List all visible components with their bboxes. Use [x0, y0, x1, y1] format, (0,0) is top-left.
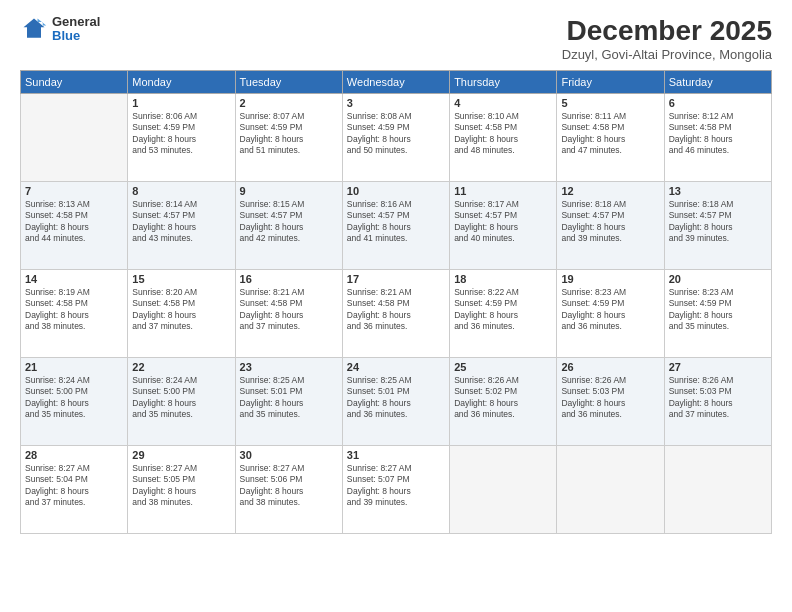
day-info: Sunrise: 8:24 AMSunset: 5:00 PMDaylight:…: [132, 375, 230, 421]
day-info: Sunrise: 8:26 AMSunset: 5:03 PMDaylight:…: [669, 375, 767, 421]
day-number: 17: [347, 273, 445, 285]
day-info: Sunrise: 8:25 AMSunset: 5:01 PMDaylight:…: [240, 375, 338, 421]
day-number: 28: [25, 449, 123, 461]
day-info: Sunrise: 8:24 AMSunset: 5:00 PMDaylight:…: [25, 375, 123, 421]
day-info: Sunrise: 8:21 AMSunset: 4:58 PMDaylight:…: [240, 287, 338, 333]
calendar-week-row: 21Sunrise: 8:24 AMSunset: 5:00 PMDayligh…: [21, 358, 772, 446]
day-info: Sunrise: 8:20 AMSunset: 4:58 PMDaylight:…: [132, 287, 230, 333]
day-info: Sunrise: 8:27 AMSunset: 5:07 PMDaylight:…: [347, 463, 445, 509]
day-header-monday: Monday: [128, 71, 235, 94]
calendar-cell: 9Sunrise: 8:15 AMSunset: 4:57 PMDaylight…: [235, 182, 342, 270]
day-number: 10: [347, 185, 445, 197]
svg-marker-0: [24, 19, 45, 38]
day-info: Sunrise: 8:08 AMSunset: 4:59 PMDaylight:…: [347, 111, 445, 157]
day-number: 6: [669, 97, 767, 109]
day-header-thursday: Thursday: [450, 71, 557, 94]
day-info: Sunrise: 8:26 AMSunset: 5:03 PMDaylight:…: [561, 375, 659, 421]
calendar-cell: 18Sunrise: 8:22 AMSunset: 4:59 PMDayligh…: [450, 270, 557, 358]
calendar-cell: [450, 446, 557, 534]
calendar-cell: [664, 446, 771, 534]
day-header-friday: Friday: [557, 71, 664, 94]
logo-blue: Blue: [52, 29, 100, 43]
calendar-week-row: 1Sunrise: 8:06 AMSunset: 4:59 PMDaylight…: [21, 94, 772, 182]
calendar-cell: 15Sunrise: 8:20 AMSunset: 4:58 PMDayligh…: [128, 270, 235, 358]
calendar-header-row: SundayMondayTuesdayWednesdayThursdayFrid…: [21, 71, 772, 94]
day-info: Sunrise: 8:23 AMSunset: 4:59 PMDaylight:…: [561, 287, 659, 333]
calendar-cell: 21Sunrise: 8:24 AMSunset: 5:00 PMDayligh…: [21, 358, 128, 446]
day-info: Sunrise: 8:11 AMSunset: 4:58 PMDaylight:…: [561, 111, 659, 157]
day-number: 9: [240, 185, 338, 197]
day-info: Sunrise: 8:07 AMSunset: 4:59 PMDaylight:…: [240, 111, 338, 157]
day-info: Sunrise: 8:21 AMSunset: 4:58 PMDaylight:…: [347, 287, 445, 333]
calendar-cell: 4Sunrise: 8:10 AMSunset: 4:58 PMDaylight…: [450, 94, 557, 182]
day-info: Sunrise: 8:27 AMSunset: 5:04 PMDaylight:…: [25, 463, 123, 509]
day-number: 19: [561, 273, 659, 285]
page: General Blue December 2025 Dzuyl, Govi-A…: [0, 0, 792, 612]
day-number: 4: [454, 97, 552, 109]
title-area: December 2025 Dzuyl, Govi-Altai Province…: [562, 15, 772, 62]
day-number: 8: [132, 185, 230, 197]
day-number: 29: [132, 449, 230, 461]
day-header-wednesday: Wednesday: [342, 71, 449, 94]
calendar-cell: 23Sunrise: 8:25 AMSunset: 5:01 PMDayligh…: [235, 358, 342, 446]
day-info: Sunrise: 8:25 AMSunset: 5:01 PMDaylight:…: [347, 375, 445, 421]
calendar-table: SundayMondayTuesdayWednesdayThursdayFrid…: [20, 70, 772, 534]
calendar-cell: 31Sunrise: 8:27 AMSunset: 5:07 PMDayligh…: [342, 446, 449, 534]
day-number: 2: [240, 97, 338, 109]
calendar-cell: 27Sunrise: 8:26 AMSunset: 5:03 PMDayligh…: [664, 358, 771, 446]
day-number: 30: [240, 449, 338, 461]
day-number: 26: [561, 361, 659, 373]
calendar-cell: 28Sunrise: 8:27 AMSunset: 5:04 PMDayligh…: [21, 446, 128, 534]
calendar-week-row: 14Sunrise: 8:19 AMSunset: 4:58 PMDayligh…: [21, 270, 772, 358]
day-number: 13: [669, 185, 767, 197]
day-number: 16: [240, 273, 338, 285]
day-number: 31: [347, 449, 445, 461]
calendar-cell: 12Sunrise: 8:18 AMSunset: 4:57 PMDayligh…: [557, 182, 664, 270]
day-number: 25: [454, 361, 552, 373]
day-info: Sunrise: 8:17 AMSunset: 4:57 PMDaylight:…: [454, 199, 552, 245]
calendar-cell: 8Sunrise: 8:14 AMSunset: 4:57 PMDaylight…: [128, 182, 235, 270]
calendar-cell: 6Sunrise: 8:12 AMSunset: 4:58 PMDaylight…: [664, 94, 771, 182]
calendar-cell: 11Sunrise: 8:17 AMSunset: 4:57 PMDayligh…: [450, 182, 557, 270]
logo-text: General Blue: [52, 15, 100, 44]
day-info: Sunrise: 8:22 AMSunset: 4:59 PMDaylight:…: [454, 287, 552, 333]
calendar-cell: 5Sunrise: 8:11 AMSunset: 4:58 PMDaylight…: [557, 94, 664, 182]
calendar-cell: 24Sunrise: 8:25 AMSunset: 5:01 PMDayligh…: [342, 358, 449, 446]
day-number: 15: [132, 273, 230, 285]
calendar-cell: 14Sunrise: 8:19 AMSunset: 4:58 PMDayligh…: [21, 270, 128, 358]
calendar-cell: 17Sunrise: 8:21 AMSunset: 4:58 PMDayligh…: [342, 270, 449, 358]
day-number: 12: [561, 185, 659, 197]
day-number: 3: [347, 97, 445, 109]
day-number: 11: [454, 185, 552, 197]
calendar-cell: 13Sunrise: 8:18 AMSunset: 4:57 PMDayligh…: [664, 182, 771, 270]
calendar-cell: 10Sunrise: 8:16 AMSunset: 4:57 PMDayligh…: [342, 182, 449, 270]
day-info: Sunrise: 8:16 AMSunset: 4:57 PMDaylight:…: [347, 199, 445, 245]
day-info: Sunrise: 8:13 AMSunset: 4:58 PMDaylight:…: [25, 199, 123, 245]
calendar-cell: [21, 94, 128, 182]
calendar-week-row: 7Sunrise: 8:13 AMSunset: 4:58 PMDaylight…: [21, 182, 772, 270]
day-number: 7: [25, 185, 123, 197]
calendar-cell: 7Sunrise: 8:13 AMSunset: 4:58 PMDaylight…: [21, 182, 128, 270]
day-number: 21: [25, 361, 123, 373]
logo-general: General: [52, 15, 100, 29]
day-number: 24: [347, 361, 445, 373]
calendar-cell: 29Sunrise: 8:27 AMSunset: 5:05 PMDayligh…: [128, 446, 235, 534]
day-info: Sunrise: 8:14 AMSunset: 4:57 PMDaylight:…: [132, 199, 230, 245]
day-info: Sunrise: 8:15 AMSunset: 4:57 PMDaylight:…: [240, 199, 338, 245]
day-info: Sunrise: 8:26 AMSunset: 5:02 PMDaylight:…: [454, 375, 552, 421]
calendar-cell: 25Sunrise: 8:26 AMSunset: 5:02 PMDayligh…: [450, 358, 557, 446]
day-header-sunday: Sunday: [21, 71, 128, 94]
day-number: 23: [240, 361, 338, 373]
calendar-cell: 30Sunrise: 8:27 AMSunset: 5:06 PMDayligh…: [235, 446, 342, 534]
logo: General Blue: [20, 15, 100, 44]
day-info: Sunrise: 8:12 AMSunset: 4:58 PMDaylight:…: [669, 111, 767, 157]
month-title: December 2025: [562, 15, 772, 47]
day-number: 22: [132, 361, 230, 373]
day-header-saturday: Saturday: [664, 71, 771, 94]
day-info: Sunrise: 8:10 AMSunset: 4:58 PMDaylight:…: [454, 111, 552, 157]
day-info: Sunrise: 8:19 AMSunset: 4:58 PMDaylight:…: [25, 287, 123, 333]
day-info: Sunrise: 8:18 AMSunset: 4:57 PMDaylight:…: [561, 199, 659, 245]
day-info: Sunrise: 8:06 AMSunset: 4:59 PMDaylight:…: [132, 111, 230, 157]
day-number: 18: [454, 273, 552, 285]
day-number: 27: [669, 361, 767, 373]
